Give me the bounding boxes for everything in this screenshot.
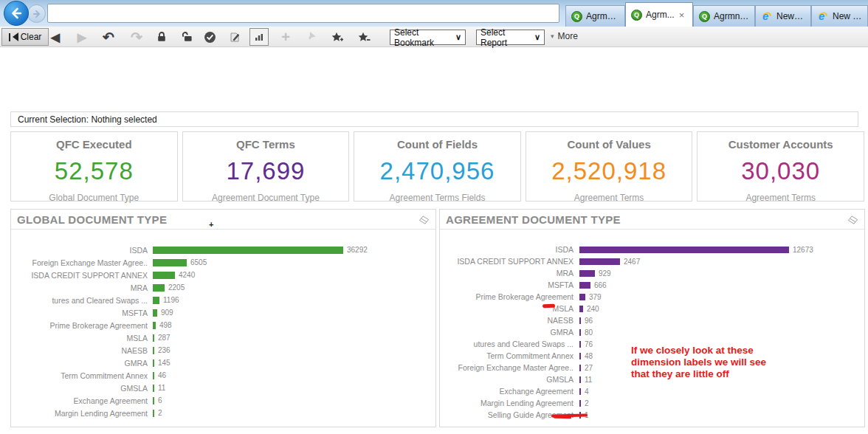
category-label: Margin Lending Agreement — [11, 409, 151, 418]
browser-chrome: Q Agrmnt ... Q Agrm... × Q Agrmnt ... e … — [0, 0, 868, 27]
clear-selections-button[interactable]: Clear — [1, 28, 49, 46]
category-label: Term Commitment Annex — [11, 371, 151, 380]
kpi-card-qfc-executed[interactable]: QFC Executed 52,578 Global Document Type — [10, 131, 178, 202]
chart-row[interactable]: Foreign Exchange Master Agree..6505 — [11, 256, 435, 269]
category-label: tures and Cleared Swaps ... — [11, 296, 151, 305]
remove-bookmark-button[interactable] — [354, 28, 373, 46]
kpi-card-count-of-fields[interactable]: Count of Fields 2,470,956 Agreement Term… — [354, 131, 521, 202]
chart-row[interactable]: MSLA287 — [11, 331, 435, 344]
add-button[interactable]: + — [276, 28, 295, 46]
chart-row[interactable]: Selling Guide Agreement1 — [440, 409, 864, 421]
panel-title: GLOBAL DOCUMENT TYPE — [17, 213, 167, 226]
value-label: 4 — [581, 388, 589, 396]
chart-button[interactable] — [249, 28, 269, 46]
tab-new-1[interactable]: e New tab — [755, 5, 811, 27]
chart-row[interactable]: Margin Lending Agreement2 — [440, 397, 864, 409]
value-label: 12673 — [789, 246, 813, 254]
bar[interactable] — [579, 247, 789, 253]
bar[interactable] — [153, 247, 343, 254]
category-label: Prime Brokerage Agreement — [11, 321, 151, 330]
lock-button[interactable] — [152, 28, 171, 46]
browser-forward-button[interactable] — [27, 4, 46, 23]
value-label: 96 — [581, 317, 593, 325]
bar[interactable] — [579, 294, 585, 300]
chart-row[interactable]: NAESB96 — [440, 314, 864, 326]
kpi-row: QFC Executed 52,578 Global Document Type… — [10, 131, 864, 202]
category-label: GMSLA — [11, 384, 151, 393]
value-label: 929 — [595, 269, 611, 278]
bar[interactable] — [153, 259, 187, 266]
chart-row[interactable]: Margin Lending Agreement2 — [11, 407, 435, 419]
chart-row[interactable]: MRA2205 — [11, 281, 435, 294]
chart-row[interactable]: MSFTA909 — [11, 306, 435, 319]
undo-button[interactable]: ↶ — [99, 28, 118, 46]
kpi-title: Customer Accounts — [698, 138, 864, 151]
value-label: 2 — [581, 399, 589, 407]
chart-row[interactable]: MSLA240 — [440, 303, 864, 314]
edit-button[interactable] — [225, 28, 244, 46]
chart-row[interactable]: GMSLA11 — [11, 382, 435, 394]
chart-row[interactable]: NAESB236 — [11, 344, 435, 356]
address-bar-input[interactable] — [47, 4, 559, 23]
tab-new-2[interactable]: e New tab — [811, 5, 868, 27]
category-label: NAESB — [11, 346, 151, 355]
red-annotation-text: If we closely look at these dimension la… — [631, 345, 766, 380]
chart-row[interactable]: ISDA12673 — [440, 244, 864, 255]
select-report-dropdown[interactable]: Select Report ∨ — [476, 30, 545, 45]
browser-back-button[interactable] — [4, 1, 29, 26]
add-bookmark-button[interactable] — [328, 28, 347, 46]
kpi-card-customer-accounts[interactable]: Customer Accounts 30,030 Agreement Terms — [697, 131, 864, 202]
chart-row[interactable]: GMRA145 — [11, 356, 435, 369]
more-menu[interactable]: ▾ More — [551, 31, 578, 41]
category-label: MSLA — [440, 304, 577, 313]
unlock-button[interactable] — [177, 28, 196, 46]
tab-agrmnt-3[interactable]: Q Agrmnt ... — [693, 5, 755, 27]
chart-row[interactable]: Prime Brokerage Agreement379 — [440, 291, 864, 303]
tab-agrm-active[interactable]: Q Agrm... × — [625, 2, 693, 27]
current-selection-bar: Current Selection: Nothing selected — [10, 111, 858, 127]
chart-row[interactable]: Prime Brokerage Agreement498 — [11, 319, 435, 331]
bar[interactable] — [579, 258, 620, 265]
category-label: MRA — [440, 269, 577, 278]
tab-label: New tab — [833, 11, 862, 21]
bar[interactable] — [153, 284, 165, 292]
step-back-button[interactable]: ◀ — [46, 28, 65, 46]
chart-row[interactable]: ISDA CREDIT SUPPORT ANNEX2467 — [440, 255, 864, 267]
current-selection-text: Current Selection: Nothing selected — [18, 114, 157, 125]
chart-row[interactable]: ISDA CREDIT SUPPORT ANNEX4240 — [11, 269, 435, 281]
tab-agrmnt-1[interactable]: Q Agrmnt ... — [565, 5, 625, 27]
bar[interactable] — [579, 270, 595, 277]
category-label: NAESB — [440, 316, 577, 325]
chart-row[interactable]: MSFTA666 — [440, 279, 864, 291]
value-label: 46 — [154, 371, 166, 379]
tab-bar: Q Agrmnt ... Q Agrm... × Q Agrmnt ... e … — [565, 0, 868, 27]
kpi-subtitle: Agreement Terms — [526, 193, 692, 203]
back-icon: ◀ — [51, 30, 60, 44]
kpi-card-count-of-values[interactable]: Count of Values 2,520,918 Agreement Term… — [526, 131, 693, 202]
chart-row[interactable]: GMRA80 — [440, 326, 864, 338]
select-bookmark-dropdown[interactable]: Select Bookmark ∨ — [390, 30, 466, 45]
bar[interactable] — [153, 297, 159, 304]
kpi-value: 30,030 — [698, 157, 864, 185]
category-label: GMRA — [11, 359, 151, 368]
chart-row[interactable]: Exchange Agreement6 — [11, 394, 435, 407]
clear-all-button[interactable] — [200, 28, 219, 46]
tab-close-icon[interactable]: × — [679, 10, 685, 20]
bar[interactable] — [579, 282, 590, 289]
eraser-icon[interactable] — [418, 215, 430, 228]
bar[interactable] — [153, 272, 175, 279]
eraser-icon[interactable] — [847, 215, 858, 228]
chart-row[interactable]: ISDA36292 — [11, 244, 435, 256]
chart-row[interactable]: MRA929 — [440, 267, 864, 279]
chevron-down-icon: ∨ — [534, 32, 540, 42]
value-label: 48 — [581, 352, 593, 360]
value-label: 1196 — [159, 296, 179, 304]
chart-row[interactable]: Exchange Agreement4 — [440, 385, 864, 397]
value-label: 4240 — [175, 271, 195, 279]
filter-button[interactable] — [302, 28, 321, 46]
kpi-card-qfc-terms[interactable]: QFC Terms 17,699 Agreement Document Type — [182, 131, 350, 202]
chart-row[interactable]: tures and Cleared Swaps ...1196 — [11, 294, 435, 306]
redo-button[interactable]: ↷ — [127, 28, 146, 46]
chart-row[interactable]: Term Commitment Annex46 — [11, 369, 435, 382]
step-forward-button[interactable]: ▶ — [72, 28, 92, 46]
